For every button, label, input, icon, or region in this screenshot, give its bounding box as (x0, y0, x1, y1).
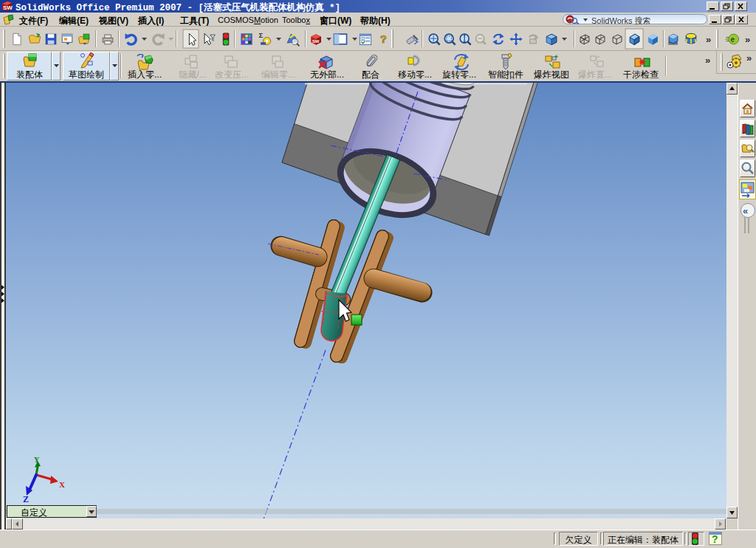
svg-text:Σ: Σ (259, 32, 264, 39)
svg-text:X: X (59, 480, 65, 489)
svg-text:Z: Z (23, 494, 29, 504)
svg-text:»: » (746, 53, 752, 62)
svg-text:Y: Y (34, 456, 40, 464)
svg-text:SW: SW (3, 4, 13, 11)
svg-text:SW: SW (312, 39, 320, 44)
svg-text:»: » (706, 34, 711, 45)
svg-text:«: « (743, 205, 748, 216)
svg-text:»: » (745, 34, 750, 45)
svg-text:»: » (705, 55, 710, 64)
svg-text:?: ? (380, 33, 387, 45)
svg-text:e: e (730, 35, 735, 44)
